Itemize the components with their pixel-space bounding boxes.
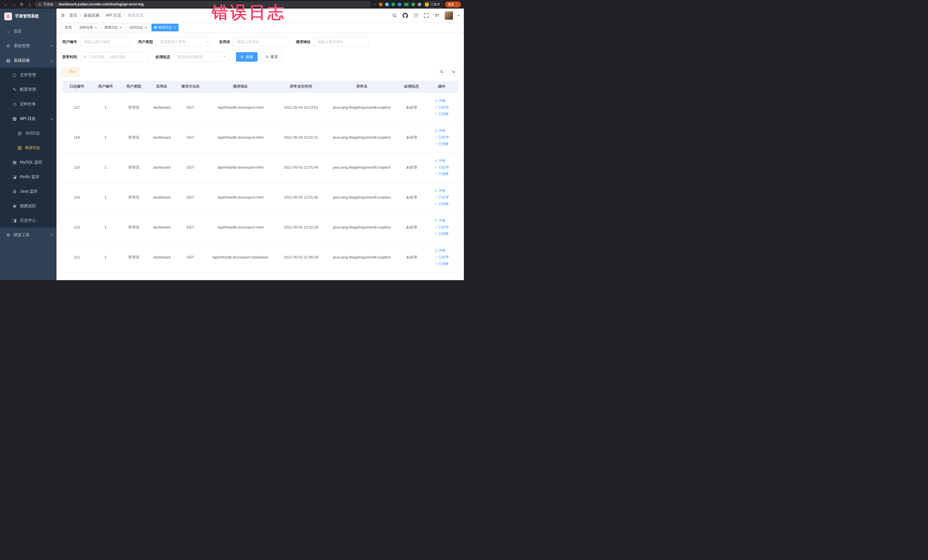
browser-chrome: ← → ↻ ⌂ ⚠ 不安全 | dashboard.yudao.iocoder.… [0, 0, 464, 9]
bookmark-star-icon[interactable]: ☆ [373, 2, 377, 6]
toggle-search-button[interactable] [437, 67, 446, 76]
breadcrumb-item[interactable]: 基础设施 [84, 13, 99, 18]
table-header-row: 日志编号用户编号用户类型应用名请求方法名请求地址异常发生时间异常名处理状态操作 [62, 81, 458, 92]
extension-icon-orange[interactable] [379, 3, 383, 6]
sidebar-item[interactable]: ▥错误日志 [0, 140, 56, 155]
ignored-link[interactable]: ✓已忽略 [435, 230, 449, 237]
sidebar-item[interactable]: ▤基础设施▴ [0, 53, 56, 68]
date-range-picker[interactable]: ⊞ 开始日期 - 结束日期 [80, 52, 148, 62]
cell-status: 未处理 [398, 182, 425, 212]
extension-icon-green-circle[interactable] [391, 3, 395, 6]
filter-app-name: 应用名 [219, 37, 288, 46]
extension-icon-green-leaf[interactable] [411, 3, 415, 6]
close-icon[interactable]: × [120, 26, 122, 29]
check-icon: ✓ [435, 224, 437, 230]
refresh-table-button[interactable]: ↻ [449, 67, 458, 76]
sidebar-item[interactable]: ✎配置管理 [0, 82, 56, 97]
font-size-icon[interactable]: TT [434, 12, 440, 18]
row-actions: ⊙详细✓已处理✓已忽略 [435, 157, 449, 177]
app-logo-row[interactable]: 芋道管理系统 [0, 9, 56, 24]
request-url-input[interactable] [314, 37, 369, 46]
sidebar-item[interactable]: ◪Redis 监控 [0, 169, 56, 184]
update-button[interactable]: 更新 ⋮ [445, 2, 461, 8]
ignored-link[interactable]: ✓已忽略 [435, 111, 449, 117]
close-icon[interactable]: × [95, 26, 97, 29]
detail-link[interactable]: ⊙详细 [435, 128, 449, 134]
hamburger-icon[interactable]: ≡ [61, 12, 65, 18]
ignored-link[interactable]: ✓已忽略 [435, 201, 449, 207]
fullscreen-icon[interactable] [424, 12, 429, 18]
sidebar-item[interactable]: ◫文件管理 [0, 68, 56, 82]
detail-link[interactable]: ⊙详细 [435, 98, 449, 104]
detail-link[interactable]: ⊙详细 [435, 188, 449, 194]
cell-method: GET [176, 92, 205, 122]
warning-icon: ⚠ [38, 2, 41, 6]
help-icon[interactable]: ? [413, 12, 419, 18]
home-button-icon[interactable]: ⌂ [27, 2, 32, 6]
detail-link[interactable]: ⊙详细 [435, 157, 449, 164]
sidebar-item-label: 文件管理 [20, 72, 52, 78]
sidebar-item[interactable]: ☸研发工具▾ [0, 227, 56, 242]
processed-link[interactable]: ✓已处理 [435, 224, 449, 230]
back-icon[interactable]: ← [3, 2, 9, 6]
sidebar-item[interactable]: ◨日志中心 [0, 213, 56, 227]
detail-link[interactable]: ⊙详细 [435, 217, 449, 224]
process-status-select[interactable]: 请选择处理状态 ▾ [174, 52, 229, 62]
sidebar-item[interactable]: ◷定时任务 [0, 97, 56, 111]
github-icon[interactable] [403, 12, 408, 18]
user-type-select[interactable]: 请选择用户类型 ▾ [156, 37, 212, 46]
chevron-down-icon[interactable]: ▾ [458, 14, 459, 17]
extension-icon-lightblue[interactable] [385, 3, 389, 6]
detail-link[interactable]: ⊙详细 [435, 247, 449, 254]
reset-button[interactable]: ↻ 重置 [261, 52, 282, 62]
cell-exception: java.lang.IllegalArgumentException [327, 153, 398, 182]
sidebar-item[interactable]: ⌂首页 [0, 24, 56, 38]
view-tab[interactable]: 访问日志× [127, 24, 150, 31]
cell-method: GET [176, 122, 205, 153]
view-tab[interactable]: 定时任务× [76, 24, 100, 31]
breadcrumb-item[interactable]: 首页 [69, 13, 77, 18]
view-tab[interactable]: 错误日志× [151, 24, 179, 31]
kebab-menu-icon[interactable]: ⋮ [456, 2, 459, 6]
extension-icon-puzzle[interactable] [418, 3, 421, 6]
filter-exception-time: 异常时间 ⊞ 开始日期 - 结束日期 [62, 52, 148, 62]
view-icon: ⊙ [435, 98, 437, 104]
ignored-link[interactable]: ✓已忽略 [435, 171, 449, 177]
sidebar-item[interactable]: ◉链路追踪 [0, 198, 56, 213]
address-bar[interactable]: ⚠ 不安全 | dashboard.yudao.iocoder.cn/infra… [35, 1, 371, 8]
reload-icon[interactable]: ↻ [19, 2, 24, 6]
sidebar-item[interactable]: ⚙系统管理▾ [0, 38, 56, 53]
sidebar-item[interactable]: ▨API 日志▴ [0, 111, 56, 126]
sidebar-item[interactable]: ◍Java 监控 [0, 184, 56, 198]
processed-link[interactable]: ✓已处理 [435, 164, 449, 171]
extension-icon-on-badge[interactable]: on [404, 3, 409, 6]
export-button[interactable]: ↓ 导出 [62, 68, 79, 76]
breadcrumb-item[interactable]: API 日志 [106, 13, 121, 18]
breadcrumb-separator: / [102, 13, 103, 18]
sidebar-item[interactable]: ▦MySQL 监控 [0, 155, 56, 169]
extension-icon-blue-grid[interactable] [398, 3, 401, 6]
sidebar-item[interactable]: ▥访问日志 [0, 126, 56, 140]
user-avatar[interactable] [445, 11, 453, 20]
ignored-link[interactable]: ✓已忽略 [435, 140, 449, 147]
processed-link[interactable]: ✓已处理 [435, 104, 449, 111]
profile-paused-chip[interactable]: 已暂停 [424, 2, 443, 8]
search-icon[interactable] [392, 12, 398, 18]
cell-url: /api/infra/db-doc/export-html [205, 153, 276, 182]
forward-icon[interactable]: → [11, 2, 17, 6]
search-button[interactable]: 搜索 [236, 52, 258, 62]
row-actions: ⊙详细✓已处理✓已忽略 [435, 247, 449, 267]
ignored-link[interactable]: ✓已忽略 [435, 261, 449, 267]
processed-link[interactable]: ✓已处理 [435, 254, 449, 261]
app-name-input[interactable] [234, 37, 288, 46]
processed-link[interactable]: ✓已处理 [435, 194, 449, 201]
view-tab[interactable]: 首页 [62, 24, 75, 31]
column-header: 应用名 [148, 81, 176, 92]
user-id-input[interactable] [80, 37, 131, 46]
close-icon[interactable]: × [174, 26, 176, 29]
view-tab[interactable]: 调度日志× [102, 24, 125, 31]
processed-link[interactable]: ✓已处理 [435, 134, 449, 140]
detail-link-label: 详细 [438, 98, 445, 104]
detail-link-label: 详细 [438, 128, 445, 134]
close-icon[interactable]: × [145, 26, 147, 29]
